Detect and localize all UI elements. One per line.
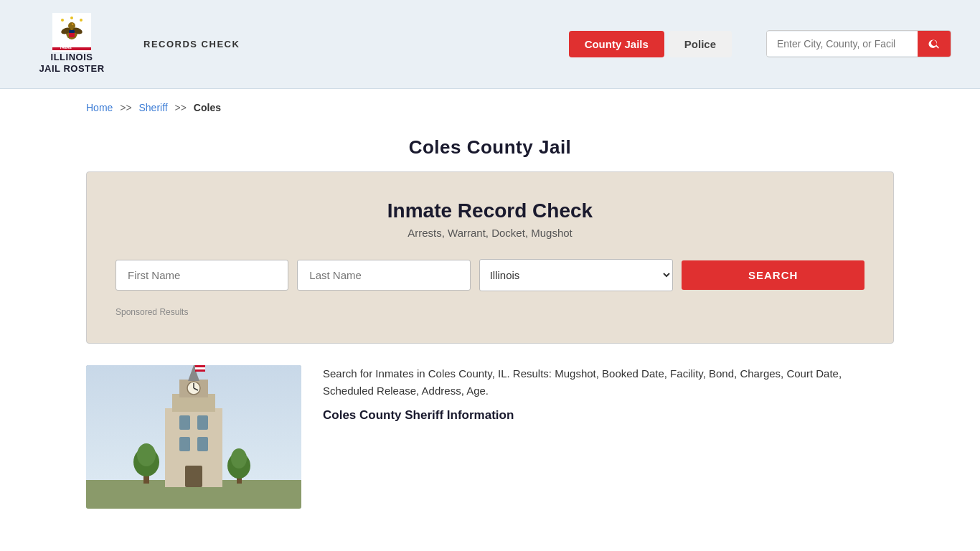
state-select[interactable]: Illinois Alabama Alaska Arizona Arkansas…	[479, 259, 674, 291]
svg-rect-8	[69, 30, 75, 33]
site-header: THERE ILLINOIS JAIL ROSTER RECORDS CHECK…	[0, 0, 980, 89]
records-check-link[interactable]: RECORDS CHECK	[143, 39, 240, 50]
svg-point-37	[231, 448, 247, 468]
svg-rect-31	[195, 369, 205, 372]
inmate-search-button[interactable]: SEARCH	[682, 260, 864, 290]
first-name-input[interactable]	[116, 260, 288, 291]
breadcrumb-sheriff[interactable]: Sheriff	[139, 102, 168, 113]
header-search-input[interactable]	[767, 32, 918, 56]
bottom-description: Search for Inmates in Coles County, IL. …	[323, 365, 894, 400]
header-search-button[interactable]	[918, 31, 951, 57]
svg-point-9	[61, 19, 64, 22]
courthouse-illustration	[86, 365, 301, 509]
bottom-text: Search for Inmates in Coles County, IL. …	[323, 365, 894, 509]
search-icon	[928, 37, 941, 50]
breadcrumb-current: Coles	[194, 102, 221, 113]
svg-point-34	[137, 443, 156, 466]
breadcrumb-sep-1: >>	[120, 102, 131, 113]
svg-rect-22	[179, 437, 190, 451]
svg-rect-20	[179, 415, 190, 430]
svg-rect-30	[195, 367, 205, 369]
inmate-search-subtitle: Arrests, Warrant, Docket, Mugshot	[116, 227, 864, 239]
sheriff-info-title: Coles County Sheriff Information	[323, 408, 894, 423]
search-form-row: Illinois Alabama Alaska Arizona Arkansas…	[116, 259, 864, 291]
breadcrumb-home[interactable]: Home	[86, 102, 113, 113]
breadcrumb: Home >> Sheriff >> Coles	[0, 89, 980, 121]
county-jails-button[interactable]: County Jails	[569, 31, 664, 57]
svg-rect-12	[52, 47, 91, 50]
header-nav: County Jails Police	[569, 31, 732, 57]
svg-text:THERE: THERE	[60, 45, 72, 50]
page-title: Coles County Jail	[0, 136, 980, 159]
header-search-bar	[766, 30, 951, 57]
svg-point-11	[80, 19, 83, 22]
inmate-search-title: Inmate Record Check	[116, 199, 864, 222]
svg-rect-23	[197, 437, 208, 451]
svg-rect-28	[194, 365, 195, 376]
inmate-search-box: Inmate Record Check Arrests, Warrant, Do…	[86, 171, 894, 344]
police-button[interactable]: Police	[669, 31, 732, 57]
illinois-flag-icon: THERE	[52, 13, 91, 52]
svg-point-10	[70, 17, 73, 19]
svg-rect-24	[185, 466, 202, 487]
courthouse-image	[86, 365, 301, 509]
logo-text: ILLINOIS JAIL ROSTER	[39, 52, 104, 75]
logo-area: THERE ILLINOIS JAIL ROSTER	[29, 13, 115, 75]
bottom-section: Search for Inmates in Coles County, IL. …	[0, 365, 980, 530]
svg-rect-21	[197, 415, 208, 430]
last-name-input[interactable]	[297, 260, 470, 291]
breadcrumb-sep-2: >>	[175, 102, 187, 113]
sponsored-label: Sponsored Results	[116, 307, 864, 317]
page-title-section: Coles County Jail	[0, 121, 980, 171]
